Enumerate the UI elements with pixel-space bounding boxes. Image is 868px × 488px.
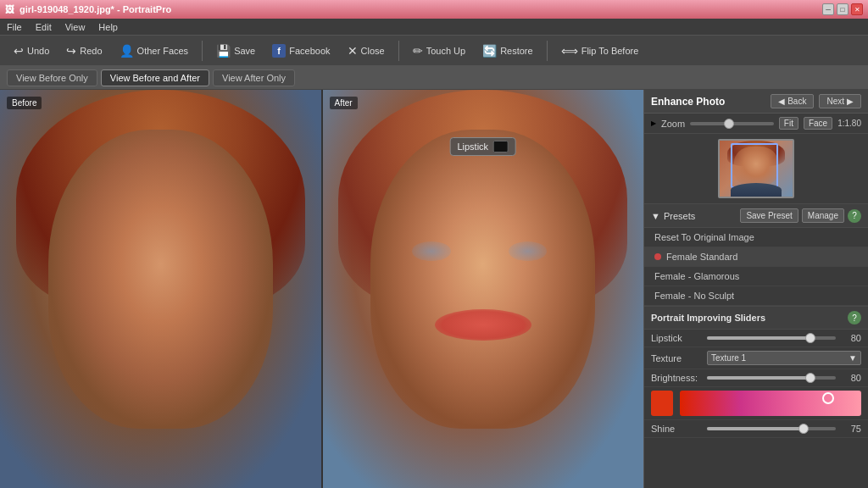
menu-file[interactable]: File — [7, 22, 22, 32]
lipstick-slider-track[interactable] — [707, 336, 836, 340]
brightness-slider-value: 80 — [841, 373, 861, 383]
shine-slider-track[interactable] — [707, 427, 836, 430]
undo-icon: ↩ — [14, 44, 24, 58]
shine-slider-value: 75 — [841, 424, 861, 434]
right-panel: Enhance Photo ◀ Back Next ▶ ▶ Zoom Fit F… — [643, 90, 868, 488]
restore-icon: 🔄 — [482, 44, 497, 58]
redo-icon: ↪ — [66, 44, 76, 58]
presets-label: Presets — [664, 211, 695, 221]
other-faces-button[interactable]: 👤 Other Faces — [113, 42, 196, 60]
after-label: After — [330, 97, 358, 109]
preset-female-standard-label: Female Standard — [666, 252, 737, 262]
before-panel: Before — [0, 90, 321, 488]
nav-buttons: ◀ Back Next ▶ — [771, 94, 861, 108]
menu-edit[interactable]: Edit — [36, 22, 52, 32]
separator-1 — [202, 41, 203, 61]
color-bar-row — [644, 387, 868, 420]
preset-item-reset[interactable]: Reset To Original Image — [644, 228, 868, 247]
thumbnail-area — [644, 134, 868, 204]
shine-slider-row: Shine 75 — [644, 420, 868, 438]
brightness-slider-track[interactable] — [707, 376, 836, 380]
brightness-slider-label: Brightness: — [651, 373, 702, 383]
after-face — [370, 130, 595, 429]
tab-view-after[interactable]: View After Only — [213, 69, 295, 86]
zoom-face-button[interactable]: Face — [804, 117, 832, 130]
texture-label: Texture — [651, 353, 702, 363]
shine-slider-fill — [707, 427, 804, 430]
preset-item-no-sculpt[interactable]: Female - No Sculpt — [644, 286, 868, 306]
zoom-fit-button[interactable]: Fit — [779, 117, 798, 130]
menu-help[interactable]: Help — [98, 22, 118, 32]
preset-item-female-standard[interactable]: Female Standard — [644, 247, 868, 267]
save-preset-button[interactable]: Save Preset — [740, 208, 798, 223]
preset-active-dot — [654, 253, 661, 260]
texture-select[interactable]: Texture 1 ▼ — [707, 351, 861, 365]
before-label: Before — [7, 97, 42, 109]
close-window-button[interactable]: ✕ — [851, 3, 863, 15]
presets-help-icon[interactable]: ? — [848, 209, 861, 223]
flip-icon: ⟺ — [561, 44, 578, 58]
main-content: Before After Lipstick — [0, 90, 868, 488]
preset-reset-label: Reset To Original Image — [654, 232, 754, 242]
next-button[interactable]: Next ▶ — [819, 94, 861, 108]
window-title: girl-919048_1920.jpg* - PortraitPro — [19, 4, 171, 14]
people-icon: 👤 — [120, 44, 134, 58]
undo-button[interactable]: ↩ Undo — [7, 42, 56, 60]
brightness-slider-fill — [707, 376, 810, 380]
lipstick-slider-label: Lipstick — [651, 333, 702, 343]
color-gradient-bar[interactable] — [680, 391, 861, 416]
view-tabs: View Before Only View Before and After V… — [0, 66, 868, 90]
manage-button[interactable]: Manage — [802, 208, 844, 223]
preset-no-sculpt-label: Female - No Sculpt — [654, 291, 734, 301]
menu-view[interactable]: View — [65, 22, 86, 32]
tab-view-before-and-after[interactable]: View Before and After — [101, 69, 209, 86]
preset-item-glamorous[interactable]: Female - Glamorous — [644, 267, 868, 286]
restore-button[interactable]: 🔄 Restore — [476, 42, 540, 60]
thumbnail-body — [731, 183, 782, 197]
thumbnail-selection-box — [731, 143, 778, 188]
lipstick-color-swatch[interactable] — [493, 141, 509, 152]
shine-slider-thumb[interactable] — [798, 424, 809, 434]
window-controls: ─ □ ✕ — [822, 3, 863, 15]
title-bar: 🖼 girl-919048_1920.jpg* - PortraitPro ─ … — [0, 0, 868, 19]
close-button[interactable]: ✕ Close — [341, 42, 392, 60]
maximize-button[interactable]: □ — [837, 3, 849, 15]
right-eye-highlight — [509, 241, 547, 262]
before-image — [0, 90, 321, 488]
zoom-label: Zoom — [661, 119, 685, 129]
lipstick-slider-thumb[interactable] — [805, 333, 815, 343]
separator-2 — [398, 41, 399, 61]
facebook-button[interactable]: f Facebook — [265, 42, 337, 60]
close-icon: ✕ — [348, 44, 358, 58]
lipstick-slider-value: 80 — [841, 333, 861, 343]
brightness-slider-thumb[interactable] — [805, 373, 815, 383]
save-button[interactable]: 💾 Save — [209, 42, 262, 60]
back-button[interactable]: ◀ Back — [771, 94, 814, 108]
face-thumbnail[interactable] — [718, 139, 794, 198]
enhance-photo-header: Enhance Photo ◀ Back Next ▶ — [644, 90, 868, 114]
zoom-row: ▶ Zoom Fit Face 1:1.80 — [644, 114, 868, 134]
color-swatch-left[interactable] — [651, 391, 673, 416]
touchup-button[interactable]: ✏ Touch Up — [406, 42, 472, 60]
minimize-button[interactable]: ─ — [822, 3, 834, 15]
color-cursor — [822, 392, 834, 404]
lipstick-tooltip[interactable]: Lipstick — [449, 137, 516, 156]
texture-row: Texture Texture 1 ▼ — [644, 347, 868, 369]
flip-to-before-button[interactable]: ⟺ Flip To Before — [554, 42, 646, 60]
before-face — [48, 130, 273, 429]
sliders-title: Portrait Improving Sliders — [651, 313, 765, 323]
sliders-header: Portrait Improving Sliders ? — [644, 307, 868, 330]
preset-list: Reset To Original Image Female Standard … — [644, 228, 868, 307]
redo-button[interactable]: ↪ Redo — [59, 42, 108, 60]
next-icon: ▶ — [847, 97, 854, 106]
app-icon: 🖼 — [5, 4, 14, 14]
zoom-thumb[interactable] — [724, 119, 734, 129]
presets-triangle-icon: ▼ — [651, 211, 660, 221]
menu-bar: File Edit View Help — [0, 19, 868, 36]
sliders-help-icon[interactable]: ? — [848, 311, 861, 324]
image-area: Before After Lipstick — [0, 90, 643, 488]
tab-view-before[interactable]: View Before Only — [7, 69, 97, 86]
toolbar: ↩ Undo ↪ Redo 👤 Other Faces 💾 Save f Fac… — [0, 36, 868, 66]
preset-glamorous-label: Female - Glamorous — [654, 271, 739, 281]
zoom-slider[interactable] — [690, 122, 774, 125]
